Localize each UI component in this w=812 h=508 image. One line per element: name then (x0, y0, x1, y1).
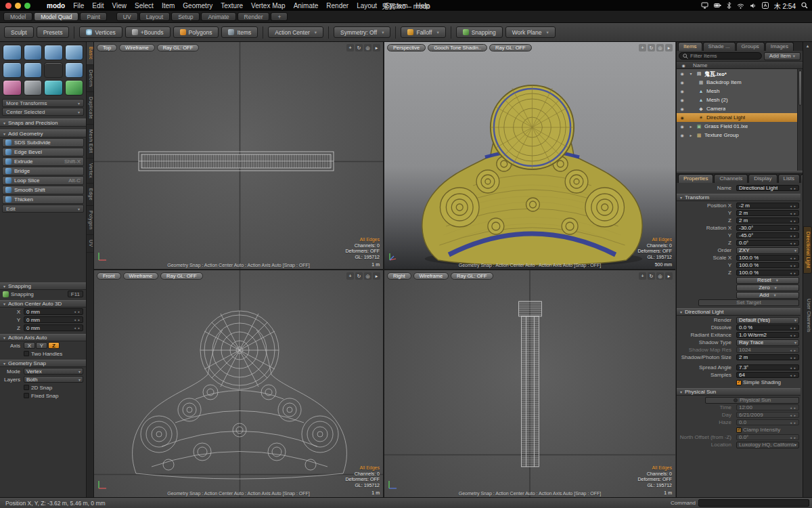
shading-mode-button[interactable]: Gooch Tone Shadin.. (428, 44, 487, 51)
vtab-user-channels[interactable]: User Channels (803, 294, 812, 337)
raygl-button[interactable]: Ray GL: OFF (157, 44, 200, 51)
tab-lists[interactable]: Lists (778, 174, 800, 183)
disclosure-icon[interactable] (688, 71, 694, 76)
dissolve-field[interactable]: 0.0 % (736, 324, 799, 331)
menu-item[interactable]: Item (158, 2, 179, 9)
sds-subdivide-tool[interactable]: SDS Subdivide (2, 138, 84, 147)
wifi-icon[interactable] (737, 3, 744, 9)
rotation-y-field[interactable]: -45.0° (736, 232, 799, 238)
viewport-flyout-icon[interactable] (373, 44, 380, 51)
raygl-button[interactable]: Ray GL: OFF (489, 44, 532, 51)
sculpt-button[interactable]: Sculpt (4, 26, 34, 38)
tab-properties[interactable]: Properties (678, 174, 713, 183)
transform-section-header[interactable]: Transform (677, 194, 800, 201)
item-row-scene[interactable]: 鬼瓦.lxo* (677, 69, 803, 78)
falloff-dropdown[interactable]: Falloff (401, 26, 445, 38)
zero-button[interactable]: Zero (736, 284, 799, 291)
tab-layout[interactable]: Layout (139, 12, 171, 21)
menu-vertex-map[interactable]: Vertex Map (247, 2, 290, 9)
tab-channels[interactable]: Channels (714, 174, 748, 183)
orbit-icon[interactable] (355, 272, 363, 280)
reset-button[interactable]: Reset (736, 277, 799, 284)
view-type-button[interactable]: Front (97, 272, 121, 280)
vtab-edge[interactable]: Edge (87, 184, 93, 206)
edit-dropdown[interactable]: Edit (2, 205, 84, 213)
vtab-mesh-edit[interactable]: Mesh Edit (87, 125, 93, 158)
menu-layout[interactable]: Layout (353, 2, 381, 9)
soft-drag-tool-icon[interactable] (24, 62, 43, 78)
item-list-scrollbar[interactable] (797, 69, 803, 171)
axis-y-button[interactable]: Y (36, 342, 47, 349)
tab-display[interactable]: Display (748, 174, 777, 183)
raygl-button[interactable]: Ray GL: OFF (160, 272, 203, 280)
tab-add-layout[interactable]: + (271, 12, 288, 21)
menu-texture[interactable]: Texture (217, 2, 247, 9)
window-zoom-button[interactable] (24, 3, 30, 9)
command-input[interactable] (698, 499, 809, 507)
filter-items-input[interactable]: Filter Items (679, 52, 762, 60)
rotate-tool-icon[interactable] (24, 45, 43, 60)
view-type-button[interactable]: Perspective (387, 44, 426, 51)
smooth-shift-tool[interactable]: Smooth Shift (2, 186, 84, 194)
window-minimize-button[interactable] (15, 3, 21, 9)
visibility-eye-icon[interactable] (678, 132, 686, 138)
menu-edit[interactable]: Edit (88, 2, 108, 9)
viewport-flyout-icon[interactable] (665, 44, 673, 51)
tab-items[interactable]: Items (678, 42, 702, 51)
physical-sun-section-header[interactable]: Physical Sun (677, 388, 800, 396)
items-mode-button[interactable]: Items (221, 26, 258, 38)
two-handles-checkbox[interactable] (24, 351, 29, 356)
view-type-button[interactable]: Top (97, 44, 117, 51)
rotation-x-field[interactable]: -30.0° (736, 225, 799, 231)
geometry-snap-header[interactable]: Geometry Snap (0, 360, 86, 367)
zoom-icon[interactable] (656, 272, 664, 280)
symmetry-dropdown[interactable]: Symmetry: Off (334, 26, 390, 38)
order-dropdown[interactable]: ZXY (736, 247, 799, 254)
raygl-button[interactable]: Ray GL: OFF (451, 272, 493, 280)
menu-modo[interactable]: modo (43, 2, 69, 9)
directional-light-section-header[interactable]: Directional Light (677, 308, 800, 316)
item-row-camera[interactable]: Camera (677, 104, 803, 113)
item-row-grass-field[interactable]: Grass Field 01.lxe (677, 122, 803, 131)
shading-mode-button[interactable]: Wireframe (413, 272, 449, 280)
render-dropdown[interactable]: Default (Yes) (736, 317, 799, 324)
smooth-tool-icon[interactable] (44, 80, 63, 96)
vtab-duplicate[interactable]: Duplicate (87, 92, 93, 125)
shadow-photon-size-field[interactable]: 2 m (736, 354, 799, 360)
axis-x-button[interactable]: X (24, 342, 35, 349)
menu-system[interactable]: System (381, 2, 411, 9)
view-type-button[interactable]: Right (387, 272, 411, 280)
menu-render[interactable]: Render (322, 2, 353, 9)
snapping-section-header[interactable]: Snapping (0, 282, 86, 290)
vertices-mode-button[interactable]: Vertices (79, 26, 122, 38)
zoom-icon[interactable] (364, 272, 371, 280)
collapse-up-icon[interactable] (803, 43, 812, 49)
more-transforms-dropdown[interactable]: More Transforms (2, 99, 84, 107)
radiant-exitance-field[interactable]: 1.0 W/srm2 (736, 332, 799, 338)
menu-view[interactable]: View (108, 2, 131, 9)
item-row-mesh-2[interactable]: Mesh (2) (677, 96, 803, 104)
zoom-icon[interactable] (656, 44, 664, 51)
vtab-vertex[interactable]: Vertex (87, 158, 93, 184)
tab-images[interactable]: Images (765, 42, 794, 51)
samples-field[interactable]: 64 (736, 372, 799, 378)
position-x-field[interactable]: -2 m (736, 203, 799, 209)
polygons-mode-button[interactable]: Polygons (173, 26, 219, 38)
orbit-icon[interactable] (648, 44, 655, 51)
simple-shading-checkbox[interactable] (736, 380, 742, 385)
tab-render[interactable]: Render (238, 12, 270, 21)
menu-animate[interactable]: Animate (290, 2, 323, 9)
item-row-mesh[interactable]: Mesh (677, 87, 803, 96)
shading-mode-button[interactable]: Wireframe (119, 44, 155, 51)
viewport-perspective[interactable]: Perspective Gooch Tone Shadin.. Ray GL: … (384, 42, 675, 269)
disclosure-icon[interactable] (688, 133, 694, 137)
loop-slice-tool[interactable]: Loop SliceAlt-C (2, 176, 84, 185)
pan-icon[interactable] (346, 44, 354, 51)
flower-tool-icon[interactable] (3, 80, 22, 96)
tab-groups[interactable]: Groups (736, 42, 765, 51)
scale-y-field[interactable]: 100.0 % (736, 262, 799, 268)
tab-shader-tree[interactable]: Shade ... (703, 42, 736, 51)
scale-z-field[interactable]: 100.0 % (736, 270, 799, 276)
tab-animate[interactable]: Animate (201, 12, 235, 21)
menu-help[interactable]: Help (412, 2, 434, 9)
